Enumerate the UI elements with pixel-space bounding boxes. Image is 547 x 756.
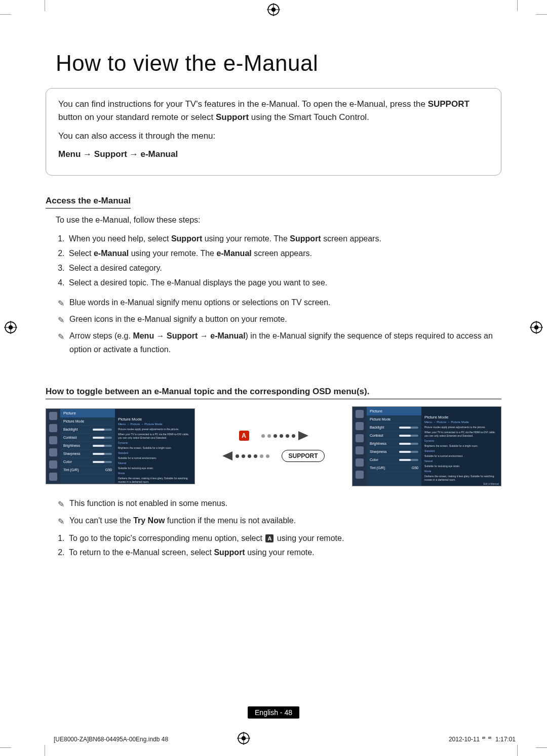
step-item: Select e-Manual using your remote. The e… xyxy=(67,246,501,261)
note-icon: ✎ xyxy=(58,330,64,356)
osd-left: Changing the Preset Picture Mode Picture… xyxy=(46,408,195,484)
osd-menu-row: Picture Mode xyxy=(367,415,421,424)
registration-mark-icon xyxy=(4,321,17,334)
note-text: This function is not enabled in some men… xyxy=(69,496,501,511)
section-heading-access: Access the e-Manual xyxy=(46,196,131,208)
footer-timestamp: 2012-10-11 ᄅᄅ 1:17:01 xyxy=(449,736,516,743)
note-text: Blue words in e-Manual signify menu opti… xyxy=(69,296,501,310)
osd-menu-row: Brightness xyxy=(60,442,115,450)
osd-menu-row: Contrast xyxy=(60,434,115,442)
osd-content-title: Picture Mode xyxy=(118,417,191,422)
intro-text: You can find instructions for your TV's … xyxy=(58,99,428,109)
osd-menu-row: Sharpness xyxy=(367,448,421,456)
network-icon xyxy=(49,436,57,444)
menu-path: Menu → Support → e-Manual xyxy=(58,148,489,161)
osd-content-title: Picture Mode xyxy=(424,415,498,419)
osd-sidebar-icons xyxy=(353,407,367,486)
network-icon xyxy=(356,434,364,442)
osd-menu-header: Picture xyxy=(367,407,421,415)
osd-content: Picture Mode Menu → Picture → Picture Mo… xyxy=(115,409,194,484)
osd-menu-row: Backlight xyxy=(367,424,421,432)
osd-menu-row: Brightness xyxy=(367,440,421,448)
intro-text-2: You can also access it through the menu: xyxy=(58,130,489,143)
osd-menu-row: Color xyxy=(367,456,421,464)
step-item: When you need help, select Support using… xyxy=(67,232,501,246)
note-text: Green icons in the e-Manual signify a bu… xyxy=(69,312,501,327)
footer-filename: [UE8000-ZA]BN68-04495A-00Eng.indb 48 xyxy=(54,736,168,743)
system-icon xyxy=(356,446,364,454)
osd-content-crumb: Menu → Picture → Picture Mode xyxy=(118,423,191,426)
support-menu-label: Support xyxy=(216,112,249,122)
osd-foot: Exit e-Manual xyxy=(483,482,499,485)
osd-menu: Picture Picture Mode Backlight Contrast … xyxy=(60,409,115,484)
support-button-label: SUPPORT xyxy=(428,99,470,109)
step-item: To return to the e-Manual screen, select… xyxy=(67,545,501,560)
osd-menu-row: Color xyxy=(60,458,115,466)
dots-icon xyxy=(261,434,295,438)
osd-right: Changing the Preset Picture Mode Picture… xyxy=(352,406,501,486)
intro-box: You can find instructions for your TV's … xyxy=(46,88,501,176)
registration-mark-icon xyxy=(237,732,250,745)
osd-menu-row: Backlight xyxy=(60,426,115,434)
picture-icon xyxy=(356,410,364,418)
note-text: Arrow steps (e.g. Menu → Support → e-Man… xyxy=(69,329,501,356)
step-item: To go to the topic's corresponding menu … xyxy=(67,531,501,546)
note-icon: ✎ xyxy=(58,515,64,528)
osd-illustration: Changing the Preset Picture Mode Picture… xyxy=(46,406,501,486)
osd-menu-row: Tint (G/R)G50 xyxy=(60,466,115,474)
access-steps: When you need help, select Support using… xyxy=(56,232,501,290)
support-button-pill: SUPPORT xyxy=(282,450,324,462)
dots-icon xyxy=(236,454,269,458)
arrow-column: A SUPPORT xyxy=(215,431,332,462)
note-icon: ✎ xyxy=(58,497,64,511)
sound-icon xyxy=(49,424,57,432)
toggle-steps: To go to the topic's corresponding menu … xyxy=(56,531,501,561)
osd-menu-header: Picture xyxy=(60,409,115,417)
osd-content: Picture Mode Menu → Picture → Picture Mo… xyxy=(421,407,501,486)
a-button-icon: A xyxy=(239,431,249,441)
osd-menu-row: Picture Mode xyxy=(60,417,115,426)
broadcast-icon xyxy=(49,473,57,481)
page-title: How to view the e-Manual xyxy=(56,51,501,76)
picture-icon xyxy=(49,412,57,420)
note-text: You can't use the Try Now function if th… xyxy=(69,514,501,528)
broadcast-icon xyxy=(356,471,364,479)
osd-content-crumb: Menu → Picture → Picture Mode xyxy=(424,421,498,424)
step-item: Select a desired topic. The e-Manual dis… xyxy=(67,276,501,290)
support-icon xyxy=(49,460,57,469)
note-icon: ✎ xyxy=(58,313,64,327)
system-icon xyxy=(49,448,57,456)
osd-menu-row: Sharpness xyxy=(60,450,115,458)
arrow-right-icon xyxy=(298,431,308,440)
registration-mark-icon xyxy=(530,321,543,334)
step-item: Select a desired category. xyxy=(67,261,501,276)
sound-icon xyxy=(356,422,364,430)
osd-menu: Picture Picture Mode Backlight Contrast … xyxy=(367,407,421,486)
arrow-left-icon xyxy=(222,451,232,460)
note-icon: ✎ xyxy=(58,297,64,310)
section1-lead: To use the e-Manual, follow these steps: xyxy=(56,216,501,225)
registration-mark-icon xyxy=(267,3,280,16)
section-heading-toggle: How to toggle between an e-Manual topic … xyxy=(46,387,501,399)
a-button-inline-icon: A xyxy=(265,534,274,542)
support-icon xyxy=(356,458,364,467)
osd-sidebar-icons xyxy=(46,409,60,484)
osd-menu-row: Tint (G/R)G50 xyxy=(367,464,421,472)
page-language-badge: English - 48 xyxy=(248,706,299,719)
osd-menu-row: Contrast xyxy=(367,432,421,440)
